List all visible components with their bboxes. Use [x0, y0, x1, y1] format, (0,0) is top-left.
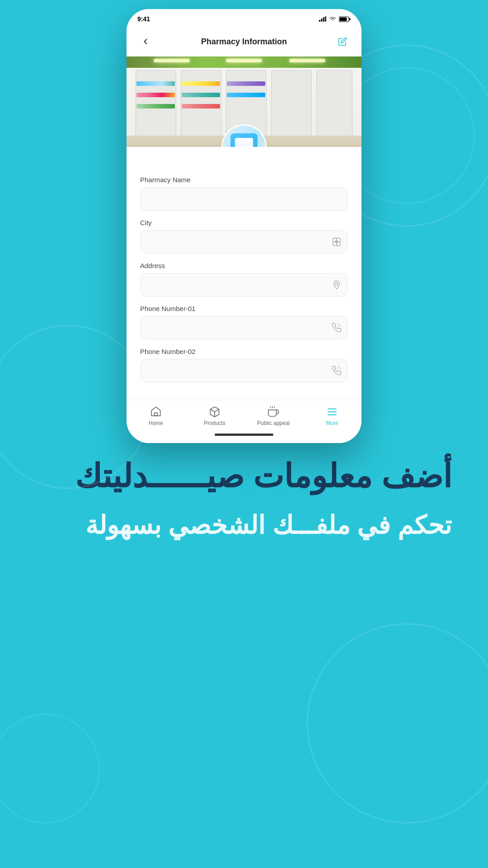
nav-public-appeal[interactable]: Public appeal — [255, 406, 291, 426]
phone-frame: 9:41 — [127, 9, 361, 443]
home-nav-icon — [150, 406, 162, 418]
avatar-container — [221, 124, 267, 147]
app-header: Pharmacy Information — [127, 29, 361, 57]
city-wrapper — [140, 230, 348, 254]
nav-more[interactable]: More — [314, 406, 350, 426]
arabic-heading: أضف معلومات صيــــــدليتك — [36, 457, 452, 495]
pharmacy-name-label: Pharmacy Name — [140, 176, 348, 184]
home-indicator — [127, 430, 361, 443]
location-icon — [332, 280, 342, 290]
svg-marker-17 — [151, 407, 160, 416]
city-input[interactable] — [140, 230, 348, 254]
svg-rect-6 — [321, 19, 323, 22]
phone-screen: 9:41 — [127, 9, 361, 443]
svg-point-16 — [335, 283, 338, 285]
wifi-icon — [329, 16, 336, 22]
pharmacy-name-wrapper — [140, 187, 348, 211]
address-group: Address — [140, 262, 348, 297]
phone2-label: Phone Number-02 — [140, 348, 348, 355]
arabic-subheading: تحكم في ملفـــك الشخصي بسهولة — [36, 509, 452, 542]
status-bar: 9:41 — [127, 9, 361, 29]
back-button[interactable] — [137, 33, 154, 50]
arabic-section: أضف معلومات صيــــــدليتك تحكم في ملفـــ… — [0, 434, 488, 560]
nav-public-appeal-label: Public appeal — [257, 420, 290, 426]
address-input[interactable] — [140, 273, 348, 297]
address-wrapper — [140, 273, 348, 297]
svg-point-3 — [307, 624, 488, 823]
phone1-input[interactable] — [140, 316, 348, 340]
public-appeal-nav-icon — [267, 406, 280, 418]
phone1-icon — [332, 323, 342, 333]
phone1-label: Phone Number-01 — [140, 305, 348, 312]
signal-icon — [319, 16, 326, 22]
bottom-nav: Home Products — [127, 400, 361, 430]
pharmacy-name-group: Pharmacy Name — [140, 176, 348, 211]
city-label: City — [140, 219, 348, 226]
phone2-wrapper — [140, 359, 348, 382]
svg-rect-18 — [155, 413, 158, 416]
svg-rect-10 — [349, 18, 351, 20]
svg-rect-11 — [340, 17, 347, 21]
edit-button[interactable] — [334, 33, 351, 50]
svg-rect-7 — [323, 17, 324, 22]
phone2-icon — [332, 366, 342, 376]
address-label: Address — [140, 262, 348, 269]
svg-rect-8 — [325, 16, 327, 22]
hero-image — [127, 57, 361, 147]
page-title: Pharmacy Information — [201, 37, 287, 47]
more-nav-icon — [326, 406, 338, 418]
phone2-input[interactable] — [140, 359, 348, 382]
nav-more-label: More — [326, 420, 338, 426]
battery-icon — [339, 16, 351, 22]
avatar — [221, 124, 267, 147]
nav-home-label: Home — [149, 420, 163, 426]
form-content: Pharmacy Name City — [127, 147, 361, 400]
status-time: 9:41 — [137, 15, 150, 23]
city-group: City — [140, 219, 348, 254]
products-nav-icon — [208, 406, 221, 418]
status-icons — [319, 16, 351, 22]
home-bar — [215, 434, 273, 436]
phone2-group: Phone Number-02 — [140, 348, 348, 382]
svg-rect-5 — [319, 20, 320, 22]
nav-products-label: Products — [204, 420, 225, 426]
nav-products[interactable]: Products — [197, 406, 233, 426]
nav-home[interactable]: Home — [138, 406, 174, 426]
pharmacy-name-input[interactable] — [140, 187, 348, 211]
phone1-wrapper — [140, 316, 348, 340]
svg-point-4 — [0, 714, 99, 823]
city-map-icon — [332, 237, 342, 247]
phone1-group: Phone Number-01 — [140, 305, 348, 340]
